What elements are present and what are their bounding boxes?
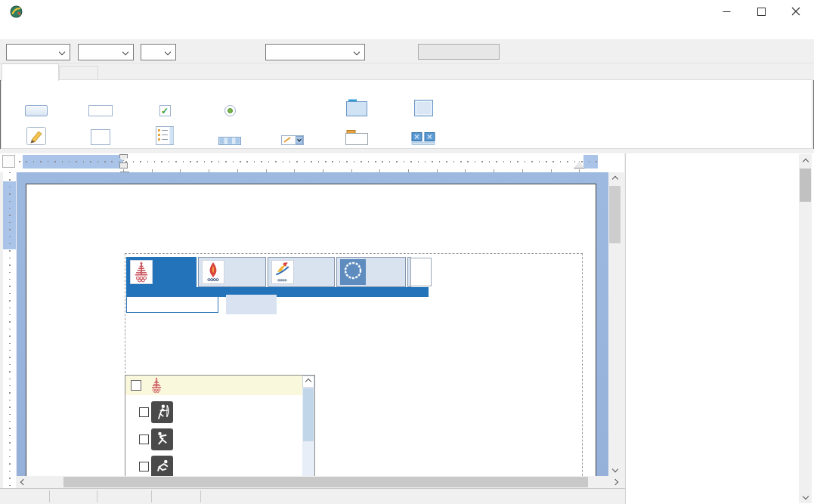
vertical-scrollbar-thumb[interactable] <box>609 186 621 243</box>
palette-item-srvpaintbox[interactable] <box>5 119 68 147</box>
tabset-nav <box>410 258 432 286</box>
horizontal-scrollbar-thumb[interactable] <box>63 477 588 487</box>
ruler-top-margin <box>3 181 16 249</box>
listbox-item-archery[interactable] <box>125 398 302 425</box>
listbox-header[interactable] <box>125 376 302 395</box>
scroll-down-icon[interactable] <box>608 462 621 475</box>
status-divider <box>49 490 50 502</box>
vertical-ruler <box>3 172 16 488</box>
groupbox-icon <box>346 99 367 116</box>
combobox-icon <box>281 135 304 145</box>
status-divider <box>97 490 97 502</box>
doc-tab-atlanta[interactable] <box>198 257 266 287</box>
atlanta-1996-logo-icon <box>202 260 224 284</box>
checkbox-icon[interactable] <box>139 462 149 472</box>
property-grid <box>625 153 814 504</box>
close-button[interactable] <box>778 1 813 22</box>
menu-bar <box>0 23 814 39</box>
moscow-1980-logo-icon <box>130 260 153 284</box>
property-scrollbar-thumb[interactable] <box>800 169 811 202</box>
palette-item-srvradiobutton[interactable] <box>197 85 263 119</box>
document-horizontal-scrollbar[interactable] <box>17 476 621 488</box>
scroll-up-icon[interactable] <box>799 156 812 167</box>
doc-tab-sydney[interactable] <box>268 257 335 287</box>
control-palette <box>1 79 812 149</box>
chevron-down-icon <box>354 49 360 55</box>
checkbox-icon[interactable] <box>139 407 149 417</box>
checkbox-icon[interactable] <box>139 434 149 444</box>
tab-srv-controls[interactable] <box>2 63 59 81</box>
doc-tab-moscow[interactable] <box>126 257 197 287</box>
document-canvas[interactable] <box>17 172 608 476</box>
maximize-button[interactable] <box>744 1 778 22</box>
page-tabstrip <box>0 63 814 80</box>
listbox-item-boxing[interactable] <box>125 425 302 453</box>
palette-item-srvgroupbox[interactable] <box>322 85 392 119</box>
left-indent-marker[interactable] <box>119 162 128 169</box>
scroll-left-icon[interactable] <box>17 476 29 488</box>
units-combo[interactable] <box>141 44 176 60</box>
chevron-down-icon <box>122 49 128 55</box>
palette-item-srvtabset[interactable] <box>322 119 392 147</box>
doc-listbox[interactable] <box>125 375 315 476</box>
palette-item-srvlabel[interactable] <box>263 85 322 119</box>
archery-pictogram-icon <box>151 401 173 423</box>
scroll-down-icon[interactable] <box>799 490 812 502</box>
sydney-2000-logo-icon <box>271 260 294 284</box>
palette-item-srvcheckbox[interactable] <box>133 85 197 119</box>
button-icon <box>25 105 48 116</box>
radiobutton-icon <box>224 105 236 116</box>
ruler-right-margin <box>583 155 598 169</box>
listbox-scrollbar-thumb[interactable] <box>303 388 314 441</box>
app-icon <box>10 5 23 18</box>
status-divider <box>151 490 152 502</box>
minimize-icon <box>723 8 731 16</box>
chevron-down-icon <box>59 49 65 55</box>
scrollbar-icon <box>218 137 241 145</box>
doc-button[interactable] <box>226 295 277 314</box>
checkbox-icon <box>159 105 171 116</box>
palette-item-srvimagescroll[interactable] <box>392 119 455 147</box>
palette-item-srvcombobox[interactable] <box>263 119 322 147</box>
doc-edit-input[interactable] <box>126 296 218 313</box>
paintbox-icon <box>26 127 46 145</box>
scroll-right-icon[interactable] <box>608 476 621 488</box>
scroll-up-icon[interactable] <box>302 376 314 388</box>
toolbar <box>0 39 814 63</box>
palette-item-srvedit[interactable] <box>68 85 133 119</box>
title-bar <box>0 0 814 23</box>
scroll-up-icon[interactable] <box>608 172 621 185</box>
edit-icon <box>88 105 113 116</box>
doc-tab-athens[interactable] <box>336 257 406 287</box>
listbox-scrollbar[interactable] <box>302 376 314 476</box>
tab-standard[interactable] <box>59 66 98 80</box>
zoom-combo[interactable] <box>6 44 70 60</box>
listbox-item-cycling[interactable] <box>125 453 302 476</box>
palette-item-srvbutton[interactable] <box>5 85 68 119</box>
app-window <box>0 0 814 504</box>
checkbox-icon[interactable] <box>131 380 141 391</box>
theme-combo[interactable] <box>265 44 365 60</box>
document-vertical-scrollbar[interactable] <box>608 172 621 476</box>
cycling-pictogram-icon <box>151 456 173 477</box>
memo-icon <box>91 129 110 145</box>
palette-item-srvmemo[interactable] <box>68 119 133 147</box>
close-icon <box>791 7 800 16</box>
palette-item-srvlistbox[interactable] <box>133 119 197 147</box>
palette-item-srvpanel[interactable] <box>392 85 455 119</box>
tabset-icon <box>345 130 368 145</box>
insert-test-table-button[interactable] <box>418 44 500 60</box>
tab-stop-selector[interactable] <box>2 155 15 168</box>
property-grid-scrollbar[interactable] <box>799 154 812 503</box>
palette-item-srvscrollbar[interactable] <box>197 119 263 147</box>
paper-size-combo[interactable] <box>78 44 134 60</box>
listbox-icon <box>156 126 174 145</box>
athens-2004-logo-icon <box>340 259 366 285</box>
status-bar <box>0 488 625 504</box>
minimize-button[interactable] <box>709 1 744 22</box>
status-divider <box>200 490 201 502</box>
maximize-icon <box>757 8 766 16</box>
horizontal-ruler <box>19 155 598 169</box>
menu-file[interactable] <box>7 24 13 26</box>
moscow-1980-logo-icon <box>150 376 163 395</box>
